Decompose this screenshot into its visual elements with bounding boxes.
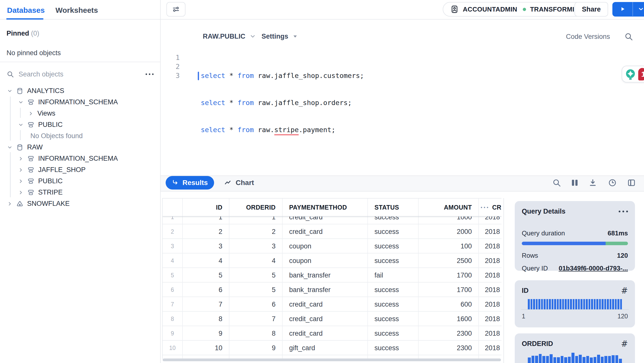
worksheet-context-dropdown[interactable]: RAW.PUBLIC [203, 30, 256, 43]
table-cell-created[interactable]: 2018 [479, 268, 501, 283]
grid-icon[interactable]: # [621, 339, 628, 349]
table-cell-orderid[interactable]: 8 [229, 326, 283, 341]
column-header-orderid[interactable]: ORDERID [229, 199, 283, 216]
table-cell-created[interactable]: 2018 [479, 341, 501, 355]
tree-item-snowflake[interactable]: SNOWFLAKE [0, 198, 160, 209]
table-cell-id[interactable]: 2 [183, 224, 229, 239]
table-cell-amount[interactable]: 2300 [419, 341, 479, 355]
code-line-2[interactable]: select * from raw.jaffle_shop.orders; [201, 98, 364, 107]
table-cell-pm[interactable]: credit_card [283, 224, 368, 239]
row-number-header[interactable] [163, 199, 183, 216]
row-number-cell[interactable]: 7 [163, 297, 183, 312]
table-cell-amount[interactable]: 2300 [419, 326, 479, 341]
share-button[interactable]: Share [574, 2, 608, 17]
table-cell-orderid[interactable]: 5 [229, 268, 283, 283]
table-cell-status[interactable]: success [368, 239, 419, 253]
history-clock-button[interactable] [608, 178, 617, 187]
table-cell-id[interactable]: 6 [183, 283, 229, 297]
tab-results[interactable]: Results [166, 176, 214, 190]
table-cell-status[interactable]: success [368, 297, 419, 312]
table-cell-id[interactable]: 5 [183, 268, 229, 283]
table-cell-pm[interactable]: coupon [283, 253, 368, 268]
column-header-amount[interactable]: AMOUNT [419, 199, 479, 216]
search-results-button[interactable] [552, 178, 561, 187]
table-cell-id[interactable]: 8 [183, 312, 229, 326]
table-cell-orderid[interactable]: 4 [229, 253, 283, 268]
table-cell-created[interactable]: 2018 [479, 239, 501, 253]
columns-button[interactable] [570, 178, 579, 187]
column-header-id[interactable]: ID [183, 199, 229, 216]
chevron-right-icon[interactable] [28, 111, 34, 116]
chevron-right-icon[interactable] [7, 201, 13, 207]
code-line-1[interactable]: select * from raw.jaffle_shop.customers; [201, 71, 364, 80]
results-vertical-scrollbar[interactable] [503, 198, 504, 363]
row-number-cell[interactable]: 2 [163, 224, 183, 239]
query-details-menu[interactable] [619, 211, 628, 212]
table-cell-orderid[interactable]: 7 [229, 312, 283, 326]
tab-worksheets[interactable]: Worksheets [55, 6, 98, 15]
row-number-cell[interactable]: 1 [163, 217, 183, 224]
table-cell-amount[interactable]: 100 [419, 239, 479, 253]
table-cell-id[interactable]: 9 [183, 326, 229, 341]
row-number-cell[interactable]: 6 [163, 283, 183, 297]
chevron-right-icon[interactable] [18, 156, 24, 161]
grid-icon[interactable]: # [621, 286, 628, 296]
table-cell-created[interactable]: 2018 [479, 326, 501, 341]
results-horizontal-scrollbar[interactable] [163, 358, 501, 361]
table-cell-amount[interactable]: 600 [419, 297, 479, 312]
table-cell-status[interactable]: success [368, 326, 419, 341]
table-cell-status[interactable]: success [368, 283, 419, 297]
table-cell-created[interactable]: 2018 [479, 253, 501, 268]
column-header-status[interactable]: STATUS [368, 199, 419, 216]
table-cell-orderid[interactable]: 3 [229, 239, 283, 253]
chevron-right-icon[interactable] [18, 167, 24, 173]
row-number-cell[interactable]: 8 [163, 312, 183, 326]
row-number-cell[interactable]: 4 [163, 253, 183, 268]
table-cell-id[interactable]: 1 [183, 217, 229, 224]
download-button[interactable] [588, 178, 597, 187]
run-options-button[interactable] [633, 2, 644, 16]
split-panel-button[interactable] [627, 178, 636, 187]
table-cell-status[interactable]: success [368, 341, 419, 355]
table-cell-orderid[interactable]: 2 [229, 224, 283, 239]
code-line-3[interactable]: select * from raw.stripe.payment; [201, 125, 364, 134]
table-cell-pm[interactable]: coupon [283, 239, 368, 253]
tab-chart[interactable]: Chart [224, 179, 254, 187]
table-cell-status[interactable]: success [368, 224, 419, 239]
table-cell-pm[interactable]: credit_card [283, 326, 368, 341]
table-cell-amount[interactable]: 1000 [419, 217, 479, 224]
search-objects-input[interactable]: Search objects [7, 68, 154, 81]
copilot-suggestion-pill[interactable]: 1 [622, 66, 644, 82]
table-cell-created[interactable]: 2018 [479, 283, 501, 297]
settings-dropdown[interactable]: Settings [262, 30, 297, 43]
row-number-cell[interactable]: 3 [163, 239, 183, 253]
table-cell-pm[interactable]: credit_card [283, 297, 368, 312]
table-cell-orderid[interactable]: 9 [229, 341, 283, 355]
tree-item-views[interactable]: Views [0, 108, 160, 119]
table-cell-amount[interactable]: 1700 [419, 283, 479, 297]
run-button[interactable] [612, 2, 632, 16]
code-versions-button[interactable]: Code Versions [566, 33, 610, 41]
chevron-right-icon[interactable] [18, 178, 24, 184]
table-cell-created[interactable]: 2018 [479, 312, 501, 326]
tree-item-information-schema[interactable]: INFORMATION_SCHEMA [0, 97, 160, 108]
column-header-paymentmethod[interactable]: PAYMENTMETHOD [283, 199, 368, 216]
table-cell-status[interactable]: success [368, 217, 419, 224]
table-cell-amount[interactable]: 1600 [419, 312, 479, 326]
row-number-cell[interactable]: 5 [163, 268, 183, 283]
chevron-down-icon[interactable] [18, 100, 24, 105]
query-id-link[interactable]: 01b349f6-0000-d793-... [559, 264, 628, 272]
tree-item-analytics[interactable]: ANALYTICS [0, 85, 160, 97]
sql-code-editor[interactable]: select * from raw.jaffle_shop.customers;… [201, 53, 364, 143]
table-cell-orderid[interactable]: 6 [229, 297, 283, 312]
table-cell-pm[interactable]: bank_transfer [283, 283, 368, 297]
table-cell-id[interactable]: 3 [183, 239, 229, 253]
table-cell-pm[interactable]: bank_transfer [283, 268, 368, 283]
table-cell-pm[interactable]: credit_card [283, 312, 368, 326]
context-role-warehouse-pill[interactable]: ACCOUNTADMIN TRANSFORMING [443, 2, 592, 17]
column-menu-icon[interactable] [481, 207, 488, 208]
row-number-cell[interactable]: 10 [163, 341, 183, 355]
chevron-down-icon[interactable] [7, 145, 13, 150]
tree-item-public[interactable]: PUBLIC [0, 119, 160, 130]
table-cell-amount[interactable]: 2000 [419, 224, 479, 239]
